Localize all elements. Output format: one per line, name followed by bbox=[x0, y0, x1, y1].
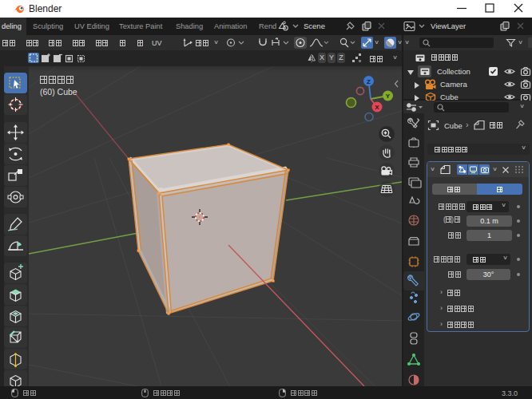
svg-text:X: X bbox=[375, 104, 379, 111]
svg-text:Z: Z bbox=[367, 78, 371, 85]
svg-text:Y: Y bbox=[386, 93, 391, 100]
